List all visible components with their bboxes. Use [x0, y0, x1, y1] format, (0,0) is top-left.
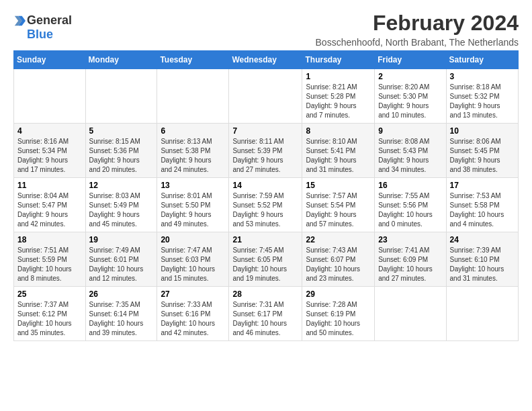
week-row-2: 4Sunrise: 8:16 AM Sunset: 5:34 PM Daylig…	[14, 124, 519, 178]
day-info: Sunrise: 7:59 AM Sunset: 5:52 PM Dayligh…	[232, 191, 298, 229]
header-cell-tuesday: Tuesday	[157, 51, 229, 69]
day-info: Sunrise: 8:06 AM Sunset: 5:45 PM Dayligh…	[450, 137, 515, 175]
day-number: 1	[306, 72, 371, 81]
day-number: 3	[450, 72, 515, 81]
calendar-cell: 7Sunrise: 8:11 AM Sunset: 5:39 PM Daylig…	[229, 124, 302, 178]
day-number: 15	[306, 181, 371, 190]
calendar-cell	[229, 69, 302, 124]
day-info: Sunrise: 8:03 AM Sunset: 5:49 PM Dayligh…	[89, 191, 154, 229]
day-info: Sunrise: 8:20 AM Sunset: 5:30 PM Dayligh…	[378, 83, 442, 120]
day-info: Sunrise: 8:04 AM Sunset: 5:47 PM Dayligh…	[17, 191, 82, 229]
day-number: 14	[232, 181, 298, 190]
day-number: 17	[450, 181, 515, 190]
day-info: Sunrise: 7:53 AM Sunset: 5:58 PM Dayligh…	[450, 191, 515, 229]
day-info: Sunrise: 7:41 AM Sunset: 6:09 PM Dayligh…	[378, 246, 442, 283]
calendar-cell: 9Sunrise: 8:08 AM Sunset: 5:43 PM Daylig…	[375, 124, 446, 178]
calendar-cell: 27Sunrise: 7:33 AM Sunset: 6:16 PM Dayli…	[157, 287, 229, 341]
day-info: Sunrise: 8:01 AM Sunset: 5:50 PM Dayligh…	[161, 191, 225, 229]
calendar-cell: 25Sunrise: 7:37 AM Sunset: 6:12 PM Dayli…	[14, 287, 86, 341]
day-number: 26	[89, 289, 154, 299]
calendar-cell: 17Sunrise: 7:53 AM Sunset: 5:58 PM Dayli…	[446, 178, 518, 232]
calendar-cell: 6Sunrise: 8:13 AM Sunset: 5:38 PM Daylig…	[157, 124, 229, 178]
day-info: Sunrise: 8:08 AM Sunset: 5:43 PM Dayligh…	[378, 137, 442, 175]
header-row: SundayMondayTuesdayWednesdayThursdayFrid…	[14, 51, 519, 69]
title-area: February 2024 Bosschenhoofd, North Braba…	[316, 11, 519, 48]
day-number: 20	[161, 235, 225, 244]
day-info: Sunrise: 7:31 AM Sunset: 6:17 PM Dayligh…	[232, 300, 298, 338]
header-cell-sunday: Sunday	[14, 51, 86, 69]
day-info: Sunrise: 7:45 AM Sunset: 6:05 PM Dayligh…	[232, 246, 298, 283]
day-number: 2	[378, 72, 442, 81]
calendar-table: SundayMondayTuesdayWednesdayThursdayFrid…	[13, 50, 519, 341]
day-number: 7	[232, 126, 298, 136]
day-info: Sunrise: 7:37 AM Sunset: 6:12 PM Dayligh…	[17, 300, 82, 338]
calendar-cell: 19Sunrise: 7:49 AM Sunset: 6:01 PM Dayli…	[85, 232, 157, 287]
calendar-cell: 2Sunrise: 8:20 AM Sunset: 5:30 PM Daylig…	[375, 69, 446, 124]
day-number: 22	[306, 235, 371, 244]
day-info: Sunrise: 7:28 AM Sunset: 6:19 PM Dayligh…	[306, 300, 371, 338]
logo-icon	[13, 15, 26, 27]
header: General Blue February 2024 Bosschenhoofd…	[13, 11, 519, 48]
calendar-cell	[85, 69, 157, 124]
week-row-4: 18Sunrise: 7:51 AM Sunset: 5:59 PM Dayli…	[14, 232, 519, 287]
calendar-cell	[375, 287, 446, 341]
day-info: Sunrise: 8:15 AM Sunset: 5:36 PM Dayligh…	[89, 137, 154, 175]
calendar-cell: 15Sunrise: 7:57 AM Sunset: 5:54 PM Dayli…	[302, 178, 375, 232]
calendar-cell: 14Sunrise: 7:59 AM Sunset: 5:52 PM Dayli…	[229, 178, 302, 232]
calendar-cell: 26Sunrise: 7:35 AM Sunset: 6:14 PM Dayli…	[85, 287, 157, 341]
day-number: 5	[89, 126, 154, 136]
calendar-cell: 1Sunrise: 8:21 AM Sunset: 5:28 PM Daylig…	[302, 69, 375, 124]
day-number: 21	[232, 235, 298, 244]
calendar-cell: 29Sunrise: 7:28 AM Sunset: 6:19 PM Dayli…	[302, 287, 375, 341]
day-info: Sunrise: 7:47 AM Sunset: 6:03 PM Dayligh…	[161, 246, 225, 283]
day-number: 27	[161, 289, 225, 299]
day-info: Sunrise: 7:35 AM Sunset: 6:14 PM Dayligh…	[89, 300, 154, 338]
calendar-cell	[446, 287, 518, 341]
calendar-cell	[157, 69, 229, 124]
header-cell-monday: Monday	[85, 51, 157, 69]
logo-blue: Blue	[27, 28, 53, 42]
calendar-cell: 24Sunrise: 7:39 AM Sunset: 6:10 PM Dayli…	[446, 232, 518, 287]
day-info: Sunrise: 8:21 AM Sunset: 5:28 PM Dayligh…	[306, 83, 371, 120]
day-info: Sunrise: 8:11 AM Sunset: 5:39 PM Dayligh…	[232, 137, 298, 175]
day-info: Sunrise: 8:18 AM Sunset: 5:32 PM Dayligh…	[450, 83, 515, 120]
day-number: 4	[17, 126, 82, 136]
header-cell-thursday: Thursday	[302, 51, 375, 69]
day-info: Sunrise: 7:43 AM Sunset: 6:07 PM Dayligh…	[306, 246, 371, 283]
day-info: Sunrise: 7:55 AM Sunset: 5:56 PM Dayligh…	[378, 191, 442, 229]
calendar-cell: 18Sunrise: 7:51 AM Sunset: 5:59 PM Dayli…	[14, 232, 86, 287]
day-number: 16	[378, 181, 442, 190]
day-number: 8	[306, 126, 371, 136]
day-number: 9	[378, 126, 442, 136]
calendar-cell: 5Sunrise: 8:15 AM Sunset: 5:36 PM Daylig…	[85, 124, 157, 178]
calendar-cell: 12Sunrise: 8:03 AM Sunset: 5:49 PM Dayli…	[85, 178, 157, 232]
day-info: Sunrise: 7:51 AM Sunset: 5:59 PM Dayligh…	[17, 246, 82, 283]
day-info: Sunrise: 7:57 AM Sunset: 5:54 PM Dayligh…	[306, 191, 371, 229]
day-number: 23	[378, 235, 442, 244]
calendar-cell: 13Sunrise: 8:01 AM Sunset: 5:50 PM Dayli…	[157, 178, 229, 232]
subtitle: Bosschenhoofd, North Brabant, The Nether…	[316, 37, 519, 48]
calendar-cell: 3Sunrise: 8:18 AM Sunset: 5:32 PM Daylig…	[446, 69, 518, 124]
calendar-cell: 16Sunrise: 7:55 AM Sunset: 5:56 PM Dayli…	[375, 178, 446, 232]
day-info: Sunrise: 7:49 AM Sunset: 6:01 PM Dayligh…	[89, 246, 154, 283]
header-cell-friday: Friday	[375, 51, 446, 69]
day-info: Sunrise: 8:13 AM Sunset: 5:38 PM Dayligh…	[161, 137, 225, 175]
calendar-cell: 22Sunrise: 7:43 AM Sunset: 6:07 PM Dayli…	[302, 232, 375, 287]
day-number: 19	[89, 235, 154, 244]
calendar-cell: 20Sunrise: 7:47 AM Sunset: 6:03 PM Dayli…	[157, 232, 229, 287]
day-number: 25	[17, 289, 82, 299]
calendar-cell: 11Sunrise: 8:04 AM Sunset: 5:47 PM Dayli…	[14, 178, 86, 232]
day-number: 24	[450, 235, 515, 244]
day-info: Sunrise: 8:16 AM Sunset: 5:34 PM Dayligh…	[17, 137, 82, 175]
calendar-cell: 4Sunrise: 8:16 AM Sunset: 5:34 PM Daylig…	[14, 124, 86, 178]
day-number: 29	[306, 289, 371, 299]
day-info: Sunrise: 7:33 AM Sunset: 6:16 PM Dayligh…	[161, 300, 225, 338]
day-info: Sunrise: 8:10 AM Sunset: 5:41 PM Dayligh…	[306, 137, 371, 175]
calendar-cell: 23Sunrise: 7:41 AM Sunset: 6:09 PM Dayli…	[375, 232, 446, 287]
day-number: 18	[17, 235, 82, 244]
header-cell-saturday: Saturday	[446, 51, 518, 69]
calendar-cell	[14, 69, 86, 124]
calendar-cell: 10Sunrise: 8:06 AM Sunset: 5:45 PM Dayli…	[446, 124, 518, 178]
calendar-cell: 8Sunrise: 8:10 AM Sunset: 5:41 PM Daylig…	[302, 124, 375, 178]
day-number: 11	[17, 181, 82, 190]
